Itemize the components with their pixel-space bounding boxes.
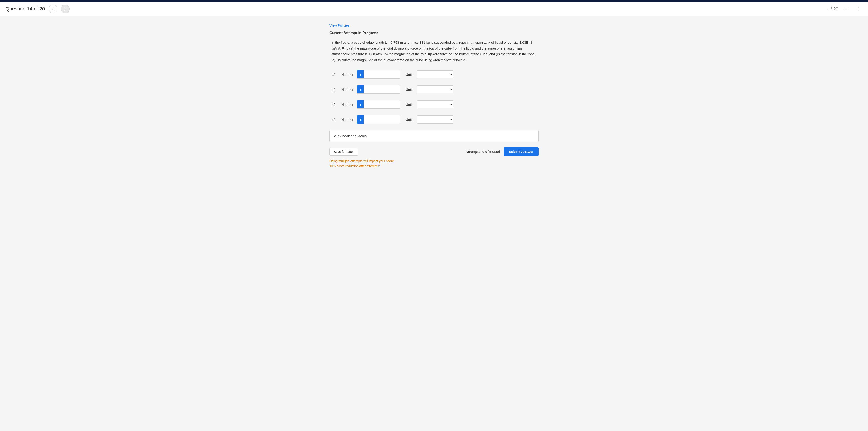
header: Question 14 of 20 ‹ › - / 20 ≡ ⋮ xyxy=(0,2,868,16)
units-label-d: Units xyxy=(406,118,413,121)
number-label-c: Number xyxy=(341,103,353,107)
number-label-d: Number xyxy=(341,118,353,121)
units-select-c[interactable]: N kN MN xyxy=(417,100,453,109)
info-input-group-b: i xyxy=(357,85,400,94)
score-display: - / 20 xyxy=(828,6,838,11)
etextbook-section: eTextbook and Media xyxy=(330,130,538,142)
info-input-group-c: i xyxy=(357,100,400,109)
info-input-group-d: i xyxy=(357,115,400,124)
answer-row-a: (a) Number i Units N kN MN xyxy=(330,70,538,79)
answer-row-d: (d) Number i Units N kN MN xyxy=(330,115,538,124)
etextbook-label: eTextbook and Media xyxy=(334,134,367,138)
attempts-text: Attempts: 0 of 5 used xyxy=(466,150,500,153)
list-icon-button[interactable]: ≡ xyxy=(843,5,849,13)
part-label-a: (a) xyxy=(331,73,338,77)
units-label-b: Units xyxy=(406,88,413,91)
number-input-b[interactable] xyxy=(364,85,400,93)
prev-button[interactable]: ‹ xyxy=(49,4,57,13)
answer-row-c: (c) Number i Units N kN MN xyxy=(330,100,538,109)
save-later-button[interactable]: Save for Later xyxy=(330,148,358,155)
number-input-a[interactable] xyxy=(364,70,400,79)
submit-answer-button[interactable]: Submit Answer xyxy=(504,147,538,156)
number-label-b: Number xyxy=(341,88,353,91)
part-label-c: (c) xyxy=(331,103,338,107)
question-title: Question 14 of 20 xyxy=(5,6,45,12)
footer-row: Save for Later Attempts: 0 of 5 used Sub… xyxy=(330,147,538,156)
part-label-b: (b) xyxy=(331,88,338,91)
info-button-d[interactable]: i xyxy=(357,115,364,123)
info-input-group-a: i xyxy=(357,70,400,79)
info-button-b[interactable]: i xyxy=(357,85,364,93)
info-button-a[interactable]: i xyxy=(357,70,364,79)
main-content: View Policies Current Attempt in Progres… xyxy=(320,16,548,176)
number-input-c[interactable] xyxy=(364,100,400,109)
units-label-a: Units xyxy=(406,73,413,77)
view-policies-link[interactable]: View Policies xyxy=(330,23,538,27)
question-text: In the figure, a cube of edge length L =… xyxy=(330,39,538,63)
number-label-a: Number xyxy=(341,73,353,77)
units-label-c: Units xyxy=(406,103,413,107)
attempts-submit: Attempts: 0 of 5 used Submit Answer xyxy=(466,147,538,156)
warning-line-2: 10% score reduction after attempt 2 xyxy=(330,164,538,169)
answer-row-b: (b) Number i Units N kN MN xyxy=(330,85,538,94)
units-select-a[interactable]: N kN MN xyxy=(417,70,453,79)
info-button-c[interactable]: i xyxy=(357,100,364,109)
more-icon-button[interactable]: ⋮ xyxy=(854,5,863,13)
header-left: Question 14 of 20 ‹ › xyxy=(5,4,69,13)
units-select-d[interactable]: N kN MN xyxy=(417,115,453,123)
warning-line-1: Using multiple attempts will impact your… xyxy=(330,159,538,164)
header-right: - / 20 ≡ ⋮ xyxy=(828,5,863,13)
number-input-d[interactable] xyxy=(364,115,400,123)
warning-text: Using multiple attempts will impact your… xyxy=(330,159,538,169)
top-bar xyxy=(0,0,868,2)
part-label-d: (d) xyxy=(331,118,338,121)
attempt-status: Current Attempt in Progress xyxy=(330,31,538,35)
units-select-b[interactable]: N kN MN xyxy=(417,85,453,93)
next-button[interactable]: › xyxy=(61,4,69,13)
